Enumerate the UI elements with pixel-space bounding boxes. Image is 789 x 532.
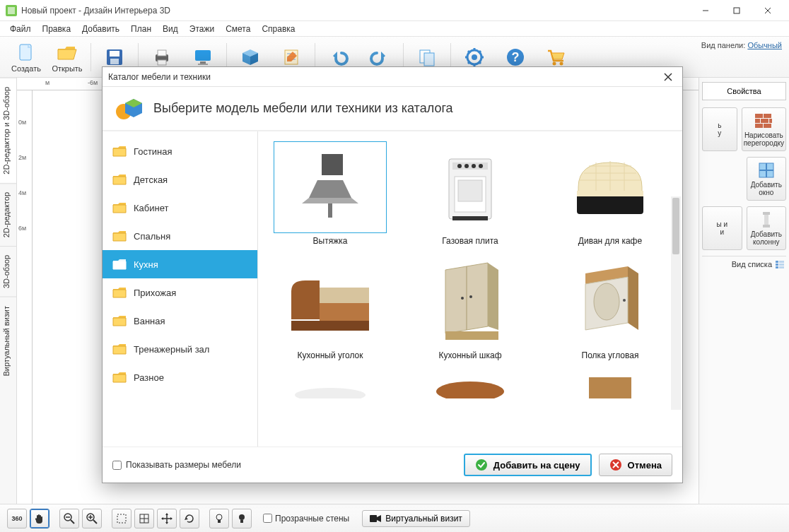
transparent-walls-checkbox[interactable]: Прозрачные стены [263,514,349,524]
svg-rect-53 [764,215,768,225]
catalog-item[interactable]: Кухонный уголок [262,253,398,363]
svg-point-99 [479,164,483,168]
item-thumbnail [414,370,527,398]
ruler-vertical: 0м 2м 4м 6м [17,90,33,504]
tab-3d[interactable]: 3D-обзор [0,246,16,297]
catalog-item[interactable] [542,367,678,401]
cancel-button[interactable]: Отмена [599,454,672,476]
svg-marker-78 [185,517,188,520]
svg-rect-9 [110,51,119,57]
category-item[interactable]: Прихожая [103,278,257,307]
panel-mode-link[interactable]: Обычный [747,41,782,49]
right-button-partial-2[interactable]: ы и и [702,206,742,250]
camera-icon [370,514,381,523]
catalog-item[interactable] [402,367,538,401]
bb-light-button[interactable] [209,509,229,528]
toolbar-create-button[interactable]: Создать [6,39,47,76]
transparent-walls-input[interactable] [263,514,272,523]
right-button-window[interactable]: Добавить окно [747,157,787,201]
svg-rect-60 [779,266,784,268]
column-icon [757,211,776,229]
dialog-titlebar: Каталог мебели и техники [103,67,682,87]
menu-edit[interactable]: Правка [37,23,77,35]
svg-rect-52 [763,212,770,215]
svg-rect-93 [328,203,332,218]
add-to-scene-button[interactable]: Добавить на сцену [464,454,592,476]
show-sizes-input[interactable] [112,461,122,470]
bb-light2-button[interactable] [232,509,252,528]
tab-2d[interactable]: 2D-редактор [0,183,16,246]
bb-move-button[interactable] [157,509,177,528]
category-item[interactable]: Гостиная [103,137,257,165]
save-icon [103,46,126,69]
category-label: Разное [134,372,164,383]
menu-add[interactable]: Добавить [76,23,125,35]
svg-point-96 [457,164,462,168]
item-thumbnail [554,256,667,348]
scrollbar[interactable] [671,196,681,410]
bb-hand-button[interactable] [30,509,49,528]
dialog-header-text: Выберите модель мебели или техники из ка… [153,101,453,116]
menu-help[interactable]: Справка [256,23,300,35]
category-item[interactable]: Кабинет [103,194,257,222]
bb-rotate-button[interactable] [180,509,199,528]
svg-rect-68 [117,514,126,523]
category-label: Спальня [134,231,170,242]
menu-plan[interactable]: План [125,23,157,35]
notepad-icon [280,46,303,69]
toolbar-open-label: Открыть [52,64,82,73]
item-thumbnail [554,370,667,398]
item-thumbnail [274,141,387,233]
right-button-column[interactable]: Добавить колонну [747,206,787,250]
window-maximize-button[interactable] [721,1,752,20]
bb-zoom-in-button[interactable] [82,509,102,528]
category-item[interactable]: Ванная [103,307,257,335]
bb-zoom-out-button[interactable] [59,509,79,528]
menu-view[interactable]: Вид [157,23,184,35]
svg-line-34 [468,51,470,53]
catalog-item[interactable]: Вытяжка [262,138,398,249]
show-sizes-checkbox[interactable]: Показывать размеры мебели [112,460,241,470]
list-view-header[interactable]: Вид списка [702,256,786,272]
svg-rect-42 [755,114,763,118]
right-button-partition[interactable]: Нарисовать перегородку [742,107,786,151]
properties-tab[interactable]: Свойства [702,82,786,100]
svg-rect-1 [8,7,15,14]
category-item[interactable]: Разное [103,363,257,391]
category-item[interactable]: Детская [103,165,257,194]
menu-estimate[interactable]: Смета [220,23,256,35]
catalog-item[interactable]: Кухонный шкаф [402,253,538,363]
bb-360-button[interactable]: 360 [7,509,27,528]
dialog-close-button[interactable] [660,70,677,84]
monitor-icon [192,46,214,69]
item-caption: Диван для кафе [578,236,642,246]
svg-text:?: ? [512,50,520,64]
menu-file[interactable]: Файл [4,23,37,35]
category-item[interactable]: Кухня [103,250,257,278]
bb-grid-button[interactable] [134,509,154,528]
svg-point-124 [623,299,626,302]
tab-2d-3d[interactable]: 2D-редактор и 3D-обзор [0,78,16,183]
toolbar-create-label: Создать [11,64,41,73]
category-item[interactable]: Спальня [103,222,257,250]
toolbar-open-button[interactable]: Открыть [47,39,88,76]
catalog-item[interactable]: Газовая плита [402,138,538,249]
window-minimize-button[interactable] [690,1,721,20]
right-panel: Свойства ь у Нарисовать перегородку Доба… [699,78,789,504]
svg-rect-58 [779,261,784,263]
tab-virtual-visit[interactable]: Виртуальный визит [0,297,16,385]
window-close-button[interactable] [752,1,783,20]
bb-fit-button[interactable] [112,509,132,528]
catalog-item[interactable]: Диван для кафе [542,138,678,249]
catalog-item[interactable] [262,367,398,401]
category-item[interactable]: Тренажерный зал [103,335,257,363]
virtual-visit-button[interactable]: Виртуальный визит [362,510,470,527]
bottombar: 360 Прозрачные стены Виртуальный визит [0,504,789,532]
menu-floors[interactable]: Этажи [184,23,220,35]
right-button-partial-1[interactable]: ь у [702,107,737,151]
list-icon [775,259,785,269]
furniture-catalog-dialog: Каталог мебели и техники Выберите модель… [102,66,683,483]
item-thumbnail [274,370,387,398]
catalog-item[interactable]: Полка угловая [542,253,678,363]
cart-icon [545,46,568,69]
